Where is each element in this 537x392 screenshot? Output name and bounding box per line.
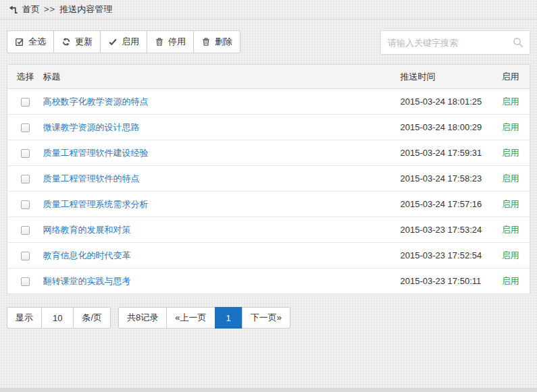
search-box (380, 30, 530, 55)
row-title-link[interactable]: 翻转课堂的实践与思考 (43, 276, 131, 286)
trash-icon (155, 37, 164, 47)
row-status-link[interactable]: 启用 (502, 250, 519, 260)
table-header-row: 选择 标题 推送时间 启用 (7, 65, 530, 89)
row-status-link[interactable]: 启用 (502, 225, 519, 235)
prev-page-button[interactable]: «上一页 (166, 307, 215, 329)
checkbox-checked-icon (15, 37, 24, 47)
row-checkbox[interactable] (21, 200, 30, 209)
row-title-link[interactable]: 质量工程管理软件的特点 (43, 173, 140, 184)
refresh-button[interactable]: 更新 (53, 30, 101, 53)
row-status-link[interactable]: 启用 (502, 122, 519, 132)
row-title-link[interactable]: 质量工程管理软件建设经验 (43, 148, 149, 158)
row-status-link[interactable]: 启用 (502, 199, 519, 209)
row-status-link[interactable]: 启用 (502, 173, 519, 184)
header-select: 选择 (7, 65, 43, 89)
row-checkbox[interactable] (21, 123, 30, 132)
page-nav-group: 共8记录 «上一页 1 下一页» (118, 307, 290, 329)
delete-button[interactable]: 删除 (193, 30, 240, 53)
total-records: 共8记录 (118, 307, 167, 329)
next-page-button[interactable]: 下一页» (242, 307, 290, 329)
header-title: 标题 (43, 65, 401, 89)
button-label: 启用 (122, 36, 139, 48)
row-status-link[interactable]: 启用 (502, 148, 519, 158)
table-row: 质量工程管理软件的特点 2015-03-24 17:58:23 启用 (7, 166, 530, 192)
page-size-button[interactable]: 10 (41, 307, 74, 329)
row-push-time: 2015-03-24 18:00:29 (401, 115, 502, 140)
table-row: 微课教学资源的设计思路 2015-03-24 18:00:29 启用 (7, 115, 530, 140)
check-icon (108, 37, 118, 47)
row-push-time: 2015-03-23 17:50:11 (401, 269, 502, 294)
row-title-link[interactable]: 高校数字化教学资源的特点 (43, 96, 149, 107)
row-checkbox[interactable] (21, 226, 30, 235)
table-row: 网络教育的发展和对策 2015-03-23 17:53:24 启用 (7, 217, 530, 243)
select-all-button[interactable]: 全选 (7, 30, 54, 53)
row-push-time: 2015-03-23 17:52:54 (401, 243, 502, 269)
breadcrumb-separator: >> (44, 0, 55, 19)
row-status-link[interactable]: 启用 (502, 96, 519, 107)
row-title-link[interactable]: 网络教育的发展和对策 (43, 225, 131, 235)
row-push-time: 2015-03-23 17:53:24 (401, 217, 502, 243)
disable-button[interactable]: 停用 (147, 30, 194, 53)
header-enabled: 启用 (502, 65, 530, 89)
table-row: 高校数字化教学资源的特点 2015-03-24 18:01:25 启用 (7, 89, 530, 115)
row-checkbox[interactable] (21, 252, 30, 260)
page-size-group: 显示 10 条/页 (7, 307, 111, 329)
button-label: 停用 (168, 36, 186, 48)
button-label: 更新 (75, 36, 93, 48)
search-icon[interactable] (513, 37, 523, 50)
row-status-link[interactable]: 启用 (502, 276, 519, 286)
toolbar: 全选 更新 启用 (7, 30, 530, 55)
breadcrumb: 首页 >> 推送内容管理 (0, 0, 537, 20)
per-page-label-button[interactable]: 条/页 (73, 307, 111, 329)
breadcrumb-current: 推送内容管理 (59, 0, 112, 19)
toolbar-button-group: 全选 更新 启用 (7, 30, 240, 53)
table-row: 翻转课堂的实践与思考 2015-03-23 17:50:11 启用 (7, 269, 530, 294)
row-title-link[interactable]: 微课教学资源的设计思路 (43, 122, 140, 132)
table-body: 高校数字化教学资源的特点 2015-03-24 18:01:25 启用 微课教学… (7, 89, 530, 294)
return-arrow-icon (8, 5, 18, 15)
row-push-time: 2015-03-24 18:01:25 (401, 89, 502, 115)
enable-button[interactable]: 启用 (100, 30, 147, 53)
row-checkbox[interactable] (21, 277, 30, 286)
button-label: 全选 (28, 36, 46, 48)
row-checkbox[interactable] (21, 98, 30, 107)
trash-icon (201, 37, 211, 47)
refresh-icon (61, 37, 71, 47)
row-push-time: 2015-03-24 17:57:16 (401, 192, 502, 217)
table-row: 教育信息化的时代变革 2015-03-23 17:52:54 启用 (7, 243, 530, 269)
row-push-time: 2015-03-24 17:58:23 (401, 166, 502, 192)
row-checkbox[interactable] (21, 175, 30, 184)
table-row: 质量工程管理系统需求分析 2015-03-24 17:57:16 启用 (7, 192, 530, 217)
display-label-button[interactable]: 显示 (7, 307, 42, 329)
button-label: 删除 (215, 36, 232, 48)
bottom-edge (0, 388, 537, 392)
row-title-link[interactable]: 教育信息化的时代变革 (43, 250, 131, 260)
row-checkbox[interactable] (21, 149, 30, 158)
pagination: 显示 10 条/页 共8记录 «上一页 1 下一页» (7, 307, 530, 329)
header-push-time: 推送时间 (401, 65, 502, 89)
breadcrumb-home-link[interactable]: 首页 (22, 0, 40, 19)
search-input[interactable] (380, 30, 530, 55)
table-row: 质量工程管理软件建设经验 2015-03-24 17:59:31 启用 (7, 140, 530, 166)
current-page-button[interactable]: 1 (215, 307, 242, 329)
row-title-link[interactable]: 质量工程管理系统需求分析 (43, 199, 149, 209)
content-table: 选择 标题 推送时间 启用 高校数字化教学资源的特点 2015-03-24 18… (7, 64, 530, 294)
row-push-time: 2015-03-24 17:59:31 (401, 140, 502, 166)
